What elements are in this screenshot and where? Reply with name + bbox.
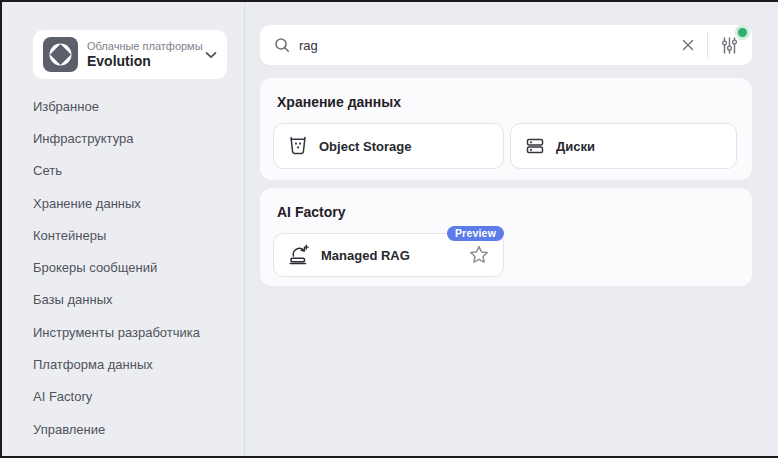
star-icon[interactable] — [467, 243, 491, 267]
platform-switcher-texts: Облачные платформы Evolution — [87, 40, 205, 70]
sidebar-item-ai-factory[interactable]: AI Factory — [2, 381, 244, 413]
card-disks[interactable]: Диски — [510, 123, 737, 169]
disks-icon — [525, 136, 545, 156]
platform-switcher-label: Облачные платформы — [87, 40, 205, 53]
sidebar-item-management[interactable]: Управление — [2, 413, 244, 445]
section-storage: Хранение данных Object Storage — [260, 78, 752, 180]
preview-badge: Preview — [447, 226, 504, 241]
sidebar: Облачные платформы Evolution Избранное И… — [2, 2, 245, 456]
cards-row: Managed RAG Preview — [273, 233, 504, 277]
search-divider — [707, 32, 708, 58]
card-object-storage[interactable]: Object Storage — [273, 123, 504, 169]
app-window: Облачные платформы Evolution Избранное И… — [0, 0, 778, 458]
sidebar-item-databases[interactable]: Базы данных — [2, 284, 244, 316]
status-dot — [738, 28, 747, 37]
search-bar — [260, 25, 752, 65]
card-label: Диски — [556, 139, 595, 154]
sidebar-item-containers[interactable]: Контейнеры — [2, 219, 244, 251]
sidebar-item-developer-tools[interactable]: Инструменты разработчика — [2, 316, 244, 348]
sidebar-item-network[interactable]: Сеть — [2, 155, 244, 187]
platform-switcher-name: Evolution — [87, 53, 205, 70]
sidebar-item-storage[interactable]: Хранение данных — [2, 187, 244, 219]
sidebar-item-favorites[interactable]: Избранное — [2, 90, 244, 122]
cards-row: Object Storage Диски — [273, 123, 737, 169]
sidebar-item-infrastructure[interactable]: Инфраструктура — [2, 122, 244, 154]
section-title: AI Factory — [277, 204, 345, 220]
sidebar-nav: Избранное Инфраструктура Сеть Хранение д… — [2, 90, 244, 445]
cloud-platform-logo-icon — [43, 37, 78, 72]
search-icon — [274, 37, 290, 53]
sidebar-item-message-brokers[interactable]: Брокеры сообщений — [2, 251, 244, 283]
rag-book-refresh-icon — [288, 244, 310, 266]
bucket-icon — [288, 136, 308, 156]
card-managed-rag[interactable]: Managed RAG Preview — [273, 233, 504, 277]
sidebar-item-data-platform[interactable]: Платформа данных — [2, 348, 244, 380]
card-label: Object Storage — [319, 139, 411, 154]
search-input[interactable] — [299, 38, 673, 53]
chevron-down-icon — [205, 51, 217, 59]
card-label: Managed RAG — [321, 248, 410, 263]
section-ai-factory: AI Factory Managed RAG — [260, 188, 752, 286]
platform-switcher[interactable]: Облачные платформы Evolution — [33, 30, 227, 79]
clear-icon[interactable] — [673, 29, 703, 61]
section-title: Хранение данных — [277, 94, 401, 110]
